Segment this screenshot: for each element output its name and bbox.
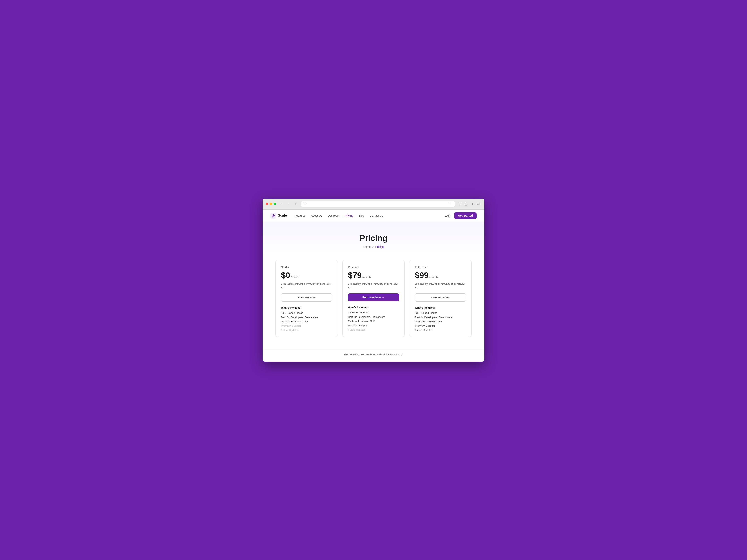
nav-contact-us[interactable]: Contact Us: [369, 214, 383, 217]
address-bar-container: ↻: [301, 201, 455, 207]
starter-description: Join rapidly growing community of genera…: [281, 282, 332, 290]
enterprise-included-title: What's included:: [415, 306, 466, 309]
navbar: Scale Features About Us Our Team Pricing…: [263, 210, 484, 222]
starter-feature-3: Made with Tailwind CSS: [281, 320, 332, 323]
enterprise-plan-name: Enterprise: [415, 266, 466, 269]
starter-included-title: What's included:: [281, 306, 332, 309]
browser-chrome: ▢ ‹ › ↻: [263, 198, 484, 210]
security-icon: [304, 203, 306, 205]
logo-text: Scale: [278, 213, 287, 218]
tab-overview-button[interactable]: [476, 201, 481, 207]
breadcrumb-home[interactable]: Home: [363, 245, 370, 248]
footer-clients-text: Worked with 100+ clients around the worl…: [263, 349, 484, 362]
pricing-card-premium: Premium $79 /month Join rapidly growing …: [342, 260, 405, 337]
premium-feature-4: Premium Support: [348, 324, 399, 327]
breadcrumb-separator: >: [372, 245, 374, 248]
forward-button[interactable]: ›: [293, 201, 299, 207]
svg-rect-5: [477, 203, 480, 205]
starter-period: /month: [291, 275, 300, 278]
logo[interactable]: Scale: [271, 213, 287, 218]
enterprise-cta-button[interactable]: Contact Sales: [415, 293, 466, 301]
page-hero: Pricing Home > Pricing: [263, 222, 484, 256]
premium-included-title: What's included:: [348, 306, 399, 309]
nav-links: Features About Us Our Team Pricing Blog …: [295, 214, 444, 217]
browser-actions: [457, 201, 481, 207]
premium-feature-2: Best for Developers, Freelancers: [348, 315, 399, 318]
share-button[interactable]: [463, 201, 469, 207]
download-button[interactable]: [457, 201, 463, 207]
logo-icon: [271, 213, 276, 218]
premium-features: 130+ Coded Blocks Best for Developers, F…: [348, 311, 399, 331]
starter-feature-4: Premium Support: [281, 324, 332, 327]
starter-feature-5: Future Updates: [281, 329, 332, 331]
enterprise-feature-5: Future Updates: [415, 329, 466, 331]
traffic-lights: [266, 203, 276, 205]
breadcrumb-current: Pricing: [375, 245, 384, 248]
breadcrumb: Home > Pricing: [271, 245, 476, 248]
starter-feature-2: Best for Developers, Freelancers: [281, 316, 332, 319]
starter-feature-1: 130+ Coded Blocks: [281, 312, 332, 314]
enterprise-feature-3: Made with Tailwind CSS: [415, 320, 466, 323]
pricing-card-enterprise: Enterprise $99 /month Join rapidly growi…: [409, 260, 471, 337]
enterprise-feature-2: Best for Developers, Freelancers: [415, 316, 466, 319]
url-input[interactable]: [307, 203, 448, 205]
premium-description: Join rapidly growing community of genera…: [348, 282, 399, 290]
pricing-card-starter: Starter $0 /month Join rapidly growing c…: [276, 260, 338, 337]
nav-our-team[interactable]: Our Team: [328, 214, 339, 217]
back-button[interactable]: ‹: [286, 201, 291, 207]
browser-controls: ▢ ‹ ›: [279, 201, 299, 207]
get-started-button[interactable]: Get Started: [454, 212, 476, 219]
enterprise-period: /month: [429, 275, 438, 278]
nav-pricing[interactable]: Pricing: [345, 214, 353, 217]
enterprise-feature-4: Premium Support: [415, 324, 466, 327]
close-button[interactable]: [266, 203, 268, 205]
starter-price: $0: [281, 271, 290, 280]
premium-cta-button[interactable]: Purchase Now →: [348, 293, 399, 301]
enterprise-price: $99: [415, 271, 429, 280]
reload-button[interactable]: ↻: [448, 202, 452, 206]
enterprise-features: 130+ Coded Blocks Best for Developers, F…: [415, 312, 466, 331]
starter-price-row: $0 /month: [281, 271, 332, 280]
premium-price-row: $79 /month: [348, 271, 399, 280]
premium-feature-3: Made with Tailwind CSS: [348, 320, 399, 323]
starter-features: 130+ Coded Blocks Best for Developers, F…: [281, 312, 332, 331]
premium-plan-name: Premium: [348, 266, 399, 269]
enterprise-description: Join rapidly growing community of genera…: [415, 282, 466, 290]
premium-feature-5: Future Updates: [348, 328, 399, 331]
nav-about-us[interactable]: About Us: [311, 214, 322, 217]
browser-window: ▢ ‹ › ↻: [263, 198, 484, 362]
premium-period: /month: [362, 275, 371, 278]
starter-plan-name: Starter: [281, 266, 332, 269]
premium-feature-1: 130+ Coded Blocks: [348, 311, 399, 314]
nav-features[interactable]: Features: [295, 214, 305, 217]
website-content: Scale Features About Us Our Team Pricing…: [263, 210, 484, 362]
login-button[interactable]: Login: [444, 214, 451, 217]
starter-cta-button[interactable]: Start For Free: [281, 293, 332, 301]
pricing-section: Starter $0 /month Join rapidly growing c…: [263, 256, 484, 349]
maximize-button[interactable]: [274, 203, 276, 205]
svg-point-8: [273, 216, 274, 216]
enterprise-feature-1: 130+ Coded Blocks: [415, 312, 466, 314]
premium-price: $79: [348, 271, 362, 280]
minimize-button[interactable]: [269, 203, 272, 205]
enterprise-price-row: $99 /month: [415, 271, 466, 280]
sidebar-toggle-button[interactable]: ▢: [279, 201, 285, 207]
new-tab-button[interactable]: [470, 201, 475, 207]
nav-blog[interactable]: Blog: [359, 214, 364, 217]
nav-actions: Login Get Started: [444, 212, 476, 219]
page-title: Pricing: [271, 234, 476, 243]
